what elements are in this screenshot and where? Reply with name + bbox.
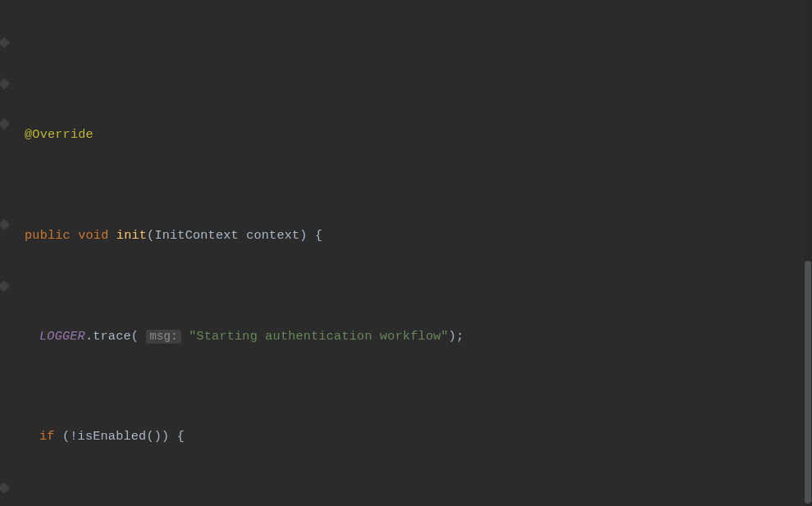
fold-marker[interactable] bbox=[0, 118, 10, 130]
code-editor[interactable]: @Override public void init(InitContext c… bbox=[0, 0, 812, 506]
punctuation: ); bbox=[449, 329, 464, 344]
code-line[interactable]: if (!isEnabled()) { bbox=[0, 426, 812, 447]
scrollbar-thumb[interactable] bbox=[805, 261, 811, 504]
keyword-public: public bbox=[25, 228, 71, 243]
fold-marker[interactable] bbox=[0, 78, 10, 89]
fold-marker[interactable] bbox=[0, 280, 10, 292]
keyword-if: if bbox=[39, 429, 55, 444]
fold-marker[interactable] bbox=[0, 37, 10, 48]
scrollbar-track[interactable] bbox=[804, 0, 812, 506]
code-line[interactable]: public void init(InitContext context) { bbox=[0, 226, 812, 246]
condition: (!isEnabled()) { bbox=[55, 429, 185, 444]
fold-marker[interactable] bbox=[0, 482, 10, 494]
param-hint: msg: bbox=[146, 330, 180, 344]
keyword-void: void bbox=[78, 228, 108, 243]
method-name-init: init bbox=[116, 228, 147, 243]
signature: (InitContext context) { bbox=[147, 228, 322, 243]
code-line[interactable]: LOGGER.trace( msg: "Starting authenticat… bbox=[0, 326, 812, 347]
code-line[interactable]: @Override bbox=[0, 125, 812, 145]
string-literal: "Starting authentication workflow" bbox=[189, 329, 449, 344]
gutter bbox=[0, 0, 8, 506]
method-call: .trace( bbox=[85, 329, 139, 344]
annotation: @Override bbox=[25, 127, 94, 142]
field-logger: LOGGER bbox=[39, 329, 85, 344]
